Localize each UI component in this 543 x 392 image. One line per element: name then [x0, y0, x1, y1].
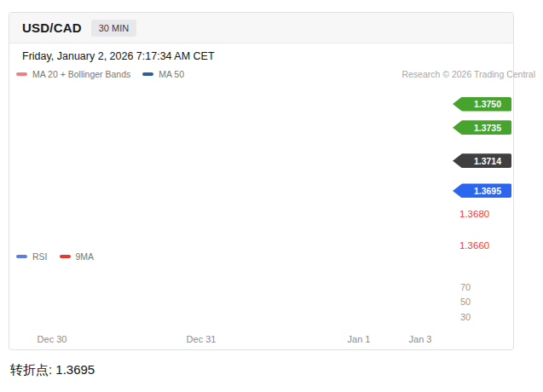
x-axis-label-dec-30: Dec 30	[38, 334, 67, 344]
legend-ma50-item: MA 50	[142, 69, 184, 79]
ma20-swatch-icon	[16, 72, 27, 76]
price-level-label-1.3680: 1.3680	[459, 209, 489, 219]
legend-9ma-item: 9MA	[60, 251, 95, 262]
pair-title: USD/CAD	[22, 20, 82, 35]
ma50-swatch-icon	[142, 72, 153, 76]
price-level-label-1.3750: 1.3750	[453, 97, 511, 112]
x-axis-label-jan-3: Jan 3	[409, 334, 432, 344]
price-legend: MA 20 + Bollinger Bands MA 50	[16, 69, 196, 79]
9ma-swatch-icon	[60, 255, 71, 258]
quote-card: USD/CAD 30 MIN Friday, January 2, 2026 7…	[9, 12, 514, 350]
interval-badge[interactable]: 30 MIN	[91, 20, 136, 37]
quote-datetime: Friday, January 2, 2026 7:17:34 AM CET	[22, 50, 215, 62]
ma50-label: MA 50	[159, 69, 184, 79]
9ma-label: 9MA	[76, 251, 95, 262]
legend-rsi-item: RSI	[16, 251, 48, 262]
rsi-swatch-icon	[16, 255, 27, 258]
rsi-scale-30: 30	[460, 312, 471, 322]
rsi-legend: RSI 9MA	[16, 251, 106, 262]
card-header: USD/CAD 30 MIN	[9, 13, 513, 43]
legend-ma20-item: MA 20 + Bollinger Bands	[16, 69, 130, 79]
price-level-label-1.3660: 1.3660	[459, 240, 489, 251]
price-level-label-1.3695: 1.3695	[453, 183, 511, 198]
price-level-label-1.3714: 1.3714	[453, 153, 511, 168]
x-axis-label-jan-1: Jan 1	[348, 334, 371, 344]
trading-central-widget: { "header": { "pair": "USD/CAD", "interv…	[0, 0, 543, 392]
rsi-scale-50: 50	[460, 297, 471, 307]
x-axis-label-dec-31: Dec 31	[187, 334, 217, 344]
rsi-label: RSI	[32, 251, 48, 262]
pivot-point-text: 转折点: 1.3695	[10, 362, 95, 378]
price-level-label-1.3735: 1.3735	[453, 120, 511, 135]
research-credit: Research © 2026 Trading Central	[401, 69, 535, 79]
rsi-scale-70: 70	[460, 282, 471, 292]
ma20-label: MA 20 + Bollinger Bands	[32, 69, 130, 79]
